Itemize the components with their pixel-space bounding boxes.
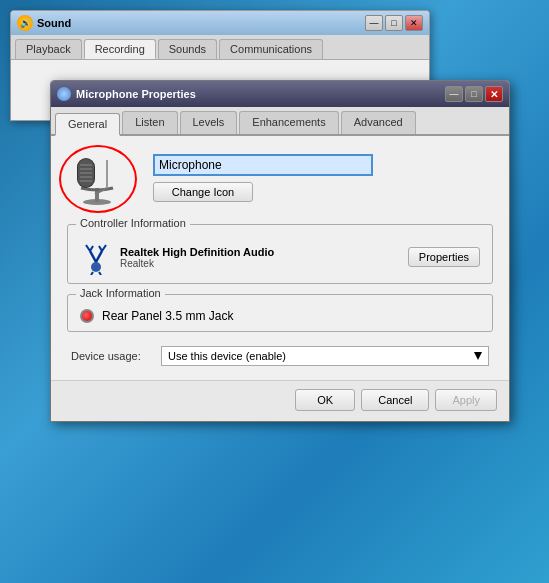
main-title-bar: Microphone Properties — □ ✕ [51, 81, 509, 107]
device-icon-area [67, 150, 137, 210]
realtek-icon [80, 239, 112, 275]
sound-title-bar: 🔊 Sound — □ ✕ [11, 11, 429, 35]
device-usage-select[interactable]: Use this device (enable) Don't use this … [161, 346, 489, 366]
svg-line-18 [91, 272, 93, 275]
tab-levels[interactable]: Levels [180, 111, 238, 134]
svg-line-12 [90, 251, 96, 262]
controller-row: Realtek High Definition Audio Realtek Pr… [80, 239, 480, 275]
tab-advanced[interactable]: Advanced [341, 111, 416, 134]
bg-tabs-row: Playback Recording Sounds Communications [11, 35, 429, 60]
main-close-button[interactable]: ✕ [485, 86, 503, 102]
device-usage-label: Device usage: [71, 350, 151, 362]
bg-minimize-button[interactable]: — [365, 15, 383, 31]
sound-window-title: Sound [37, 17, 71, 29]
svg-line-19 [99, 272, 101, 275]
device-name-area: Change Icon [153, 150, 373, 202]
bottom-bar: OK Cancel Apply [51, 380, 509, 421]
main-window-title: Microphone Properties [76, 88, 196, 100]
sound-window-icon: 🔊 [17, 15, 33, 31]
jack-section-title: Jack Information [76, 287, 165, 299]
controller-info-section: Controller Information [67, 224, 493, 284]
svg-line-15 [90, 246, 93, 251]
main-maximize-button[interactable]: □ [465, 86, 483, 102]
ok-button[interactable]: OK [295, 389, 355, 411]
jack-row: Rear Panel 3.5 mm Jack [80, 309, 480, 323]
controller-name: Realtek High Definition Audio [120, 246, 274, 258]
change-icon-button[interactable]: Change Icon [153, 182, 253, 202]
tab-sounds[interactable]: Sounds [158, 39, 217, 59]
general-tab-content: Change Icon Controller Information [51, 136, 509, 380]
tab-communications[interactable]: Communications [219, 39, 323, 59]
bg-maximize-button[interactable]: □ [385, 15, 403, 31]
properties-button[interactable]: Properties [408, 247, 480, 267]
tab-recording[interactable]: Recording [84, 39, 156, 59]
controller-section-title: Controller Information [76, 217, 190, 229]
bg-close-button[interactable]: ✕ [405, 15, 423, 31]
svg-line-17 [99, 246, 102, 251]
svg-line-13 [96, 251, 102, 262]
svg-point-11 [91, 262, 101, 272]
microphone-icon [67, 150, 127, 205]
jack-label: Rear Panel 3.5 mm Jack [102, 309, 233, 323]
main-minimize-button[interactable]: — [445, 86, 463, 102]
cancel-button[interactable]: Cancel [361, 389, 429, 411]
microphone-properties-window: Microphone Properties — □ ✕ General List… [50, 80, 510, 422]
tab-general[interactable]: General [55, 113, 120, 136]
mic-window-icon [57, 87, 71, 101]
tab-listen[interactable]: Listen [122, 111, 177, 134]
jack-radio-indicator [80, 309, 94, 323]
controller-sub: Realtek [120, 258, 274, 269]
tab-playback[interactable]: Playback [15, 39, 82, 59]
icon-name-section: Change Icon [67, 150, 493, 210]
device-name-input[interactable] [153, 154, 373, 176]
apply-button[interactable]: Apply [435, 389, 497, 411]
tab-enhancements[interactable]: Enhancements [239, 111, 338, 134]
device-usage-row: Device usage: Use this device (enable) D… [67, 346, 493, 366]
property-tabs-row: General Listen Levels Enhancements Advan… [51, 107, 509, 136]
jack-info-section: Jack Information Rear Panel 3.5 mm Jack [67, 294, 493, 332]
